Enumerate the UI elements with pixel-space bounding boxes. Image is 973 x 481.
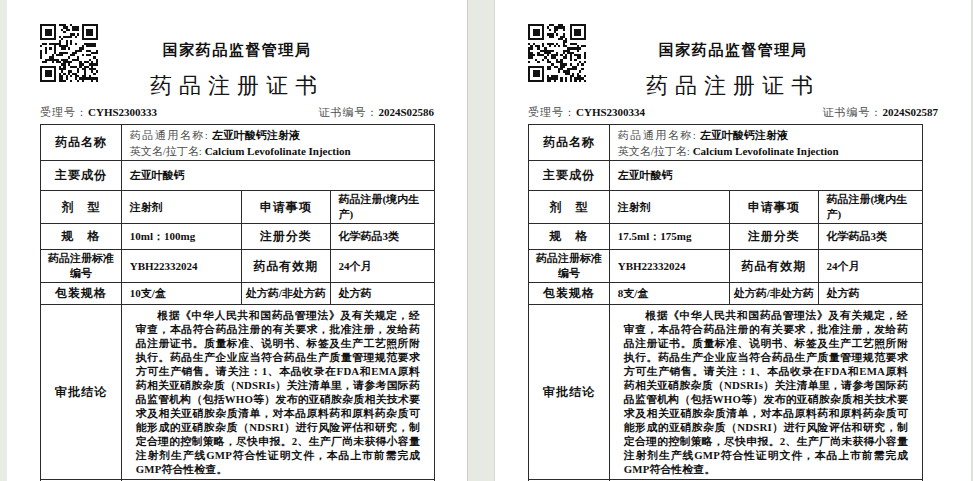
application-item-cell: 药品注册(境内生产) — [330, 191, 434, 224]
table-row: 药品名称 药品通用名称: 左亚叶酸钙注射液 英文名/拉丁名: Calcium L… — [529, 125, 923, 161]
dosage-form-cell: 注射剂 — [121, 191, 241, 224]
standard-no-cell: YBH22332024 — [609, 250, 729, 283]
table-row: 主要成份 左亚叶酸钙 — [41, 161, 435, 191]
certificate-meta: 受理号：CYHS2300333 证书编号：2024S02586 — [40, 105, 434, 120]
label-approval-conclusion: 审批结论 — [529, 305, 610, 480]
package-spec-cell: 10支/盒 — [121, 283, 241, 305]
table-row: 包装规格 8支/盒 处方药/非处方药 处方药 — [529, 283, 923, 305]
certificate-header: 国家药品监督管理局 药品注册证书 — [495, 0, 971, 102]
conclusion-text: 根据《中华人民共和国药品管理法》及有关规定，经审查，本品符合药品注册的有关要求，… — [130, 306, 426, 478]
document-viewer: 国家药品监督管理局 药品注册证书 受理号：CYHS2300333 证书编号：20… — [0, 0, 973, 481]
table-row: 药品注册标准编号 YBH22332024 药品有效期 24个月 — [41, 250, 435, 283]
certificate-table: 药品名称 药品通用名称: 左亚叶酸钙注射液 英文名/拉丁名: Calcium L… — [528, 124, 923, 481]
label-rx-otc: 处方药/非处方药 — [729, 283, 818, 305]
table-row: 剂 型 注射剂 申请事项 药品注册(境内生产) — [41, 191, 435, 224]
label-specification: 规 格 — [529, 224, 610, 250]
qr-code-icon — [528, 24, 586, 82]
table-row: 审批结论 根据《中华人民共和国药品管理法》及有关规定，经审查，本品符合药品注册的… — [41, 305, 435, 480]
label-main-ingredient: 主要成份 — [529, 161, 610, 191]
conclusion-text: 根据《中华人民共和国药品管理法》及有关规定，经审查，本品符合药品注册的有关要求，… — [618, 306, 914, 478]
rx-otc-cell: 处方药 — [818, 283, 922, 305]
label-application-item: 申请事项 — [241, 191, 330, 224]
acceptance-number: 受理号：CYHS2300333 — [40, 105, 157, 120]
drug-name-cell: 药品通用名称: 左亚叶酸钙注射液 英文名/拉丁名: Calcium Levofo… — [121, 125, 434, 161]
label-rx-otc: 处方药/非处方药 — [241, 283, 330, 305]
label-standard-no: 药品注册标准编号 — [41, 250, 122, 283]
label-dosage-form: 剂 型 — [529, 191, 610, 224]
application-item-cell: 药品注册(境内生产) — [818, 191, 922, 224]
main-ingredient-cell: 左亚叶酸钙 — [609, 161, 922, 191]
specification-cell: 10ml：100mg — [121, 224, 241, 250]
table-row: 药品名称 药品通用名称: 左亚叶酸钙注射液 英文名/拉丁名: Calcium L… — [41, 125, 435, 161]
label-application-item: 申请事项 — [729, 191, 818, 224]
label-registration-class: 注册分类 — [241, 224, 330, 250]
label-package-spec: 包装规格 — [529, 283, 610, 305]
approval-conclusion-cell: 根据《中华人民共和国药品管理法》及有关规定，经审查，本品符合药品注册的有关要求，… — [121, 305, 434, 480]
dosage-form-cell: 注射剂 — [609, 191, 729, 224]
label-registration-class: 注册分类 — [729, 224, 818, 250]
validity-cell: 24个月 — [330, 250, 434, 283]
certificate-number: 证书编号：2024S02587 — [822, 105, 938, 120]
registration-class-cell: 化学药品3类 — [818, 224, 922, 250]
table-row: 规 格 10ml：100mg 注册分类 化学药品3类 — [41, 224, 435, 250]
table-row: 包装规格 10支/盒 处方药/非处方药 处方药 — [41, 283, 435, 305]
certificate-meta: 受理号：CYHS2300334 证书编号：2024S02587 — [528, 105, 938, 120]
certificate-page-1: 国家药品监督管理局 药品注册证书 受理号：CYHS2300333 证书编号：20… — [7, 0, 468, 481]
label-dosage-form: 剂 型 — [41, 191, 122, 224]
table-row: 药品注册标准编号 YBH22332024 药品有效期 24个月 — [529, 250, 923, 283]
label-drug-name: 药品名称 — [41, 125, 122, 161]
table-row: 审批结论 根据《中华人民共和国药品管理法》及有关规定，经审查，本品符合药品注册的… — [529, 305, 923, 480]
table-row: 主要成份 左亚叶酸钙 — [529, 161, 923, 191]
certificate-page-2: 国家药品监督管理局 药品注册证书 受理号：CYHS2300334 证书编号：20… — [495, 0, 973, 481]
certificate-table: 药品名称 药品通用名称: 左亚叶酸钙注射液 英文名/拉丁名: Calcium L… — [40, 124, 435, 481]
label-approval-conclusion: 审批结论 — [41, 305, 122, 480]
certificate-number: 证书编号：2024S02586 — [318, 105, 434, 120]
certificate-header: 国家药品监督管理局 药品注册证书 — [7, 0, 467, 102]
registration-class-cell: 化学药品3类 — [330, 224, 434, 250]
drug-name-cell: 药品通用名称: 左亚叶酸钙注射液 英文名/拉丁名: Calcium Levofo… — [609, 125, 922, 161]
page-gap — [468, 0, 495, 481]
table-row: 剂 型 注射剂 申请事项 药品注册(境内生产) — [529, 191, 923, 224]
label-main-ingredient: 主要成份 — [41, 161, 122, 191]
package-spec-cell: 8支/盒 — [609, 283, 729, 305]
label-drug-name: 药品名称 — [529, 125, 610, 161]
approval-conclusion-cell: 根据《中华人民共和国药品管理法》及有关规定，经审查，本品符合药品注册的有关要求，… — [609, 305, 922, 480]
rx-otc-cell: 处方药 — [330, 283, 434, 305]
main-ingredient-cell: 左亚叶酸钙 — [121, 161, 434, 191]
label-package-spec: 包装规格 — [41, 283, 122, 305]
label-specification: 规 格 — [41, 224, 122, 250]
label-standard-no: 药品注册标准编号 — [529, 250, 610, 283]
qr-code-icon — [40, 24, 98, 82]
label-validity: 药品有效期 — [241, 250, 330, 283]
acceptance-number: 受理号：CYHS2300334 — [528, 105, 645, 120]
label-validity: 药品有效期 — [729, 250, 818, 283]
table-row: 规 格 17.5ml：175mg 注册分类 化学药品3类 — [529, 224, 923, 250]
specification-cell: 17.5ml：175mg — [609, 224, 729, 250]
standard-no-cell: YBH22332024 — [121, 250, 241, 283]
validity-cell: 24个月 — [818, 250, 922, 283]
